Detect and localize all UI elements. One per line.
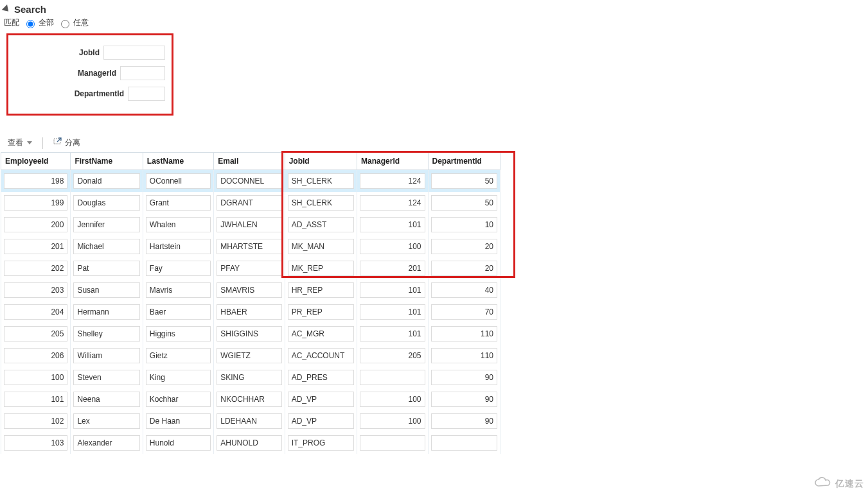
departmentid-input[interactable] <box>128 87 165 101</box>
table-row[interactable] <box>1 367 500 388</box>
cell-input-email[interactable] <box>217 217 281 232</box>
cell-input-email[interactable] <box>217 239 281 254</box>
col-header-email[interactable]: Email <box>214 153 285 170</box>
cell-input-lastname[interactable] <box>146 413 211 429</box>
col-header-jobid[interactable]: JobId <box>285 153 357 170</box>
cell-input-lastname[interactable] <box>146 435 211 451</box>
cell-input-jobid[interactable] <box>288 282 354 298</box>
cell-input-managerid[interactable] <box>360 261 425 276</box>
table-row[interactable] <box>1 301 500 323</box>
cell-input-jobid[interactable] <box>288 173 354 189</box>
cell-input-employeeid[interactable] <box>4 348 67 363</box>
cell-input-email[interactable] <box>217 326 281 342</box>
search-panel-header[interactable]: Search <box>0 0 868 16</box>
cell-input-jobid[interactable] <box>288 435 354 451</box>
cell-input-email[interactable] <box>217 261 281 276</box>
cell-input-lastname[interactable] <box>146 392 211 407</box>
cell-input-firstname[interactable] <box>73 370 139 385</box>
table-row[interactable] <box>1 323 500 345</box>
cell-input-email[interactable] <box>217 304 281 320</box>
cell-input-managerid[interactable] <box>360 173 425 189</box>
cell-input-managerid[interactable] <box>360 304 425 320</box>
cell-input-managerid[interactable] <box>360 370 425 385</box>
cell-input-lastname[interactable] <box>146 348 211 363</box>
cell-input-email[interactable] <box>217 173 281 189</box>
cell-input-managerid[interactable] <box>360 239 425 254</box>
table-row[interactable] <box>1 410 500 432</box>
cell-input-jobid[interactable] <box>288 239 354 254</box>
cell-input-employeeid[interactable] <box>4 326 67 342</box>
col-header-managerid[interactable]: ManagerId <box>357 153 428 170</box>
cell-input-lastname[interactable] <box>146 195 211 211</box>
cell-input-managerid[interactable] <box>360 282 425 298</box>
cell-input-jobid[interactable] <box>288 195 354 211</box>
detach-button[interactable]: 分离 <box>49 136 84 150</box>
cell-input-email[interactable] <box>217 435 281 451</box>
table-row[interactable] <box>1 236 500 257</box>
cell-input-lastname[interactable] <box>146 282 211 298</box>
cell-input-firstname[interactable] <box>73 392 139 407</box>
cell-input-employeeid[interactable] <box>4 217 67 232</box>
col-header-employeeid[interactable]: EmployeeId <box>1 153 71 170</box>
cell-input-employeeid[interactable] <box>4 239 67 254</box>
table-row[interactable] <box>1 192 500 214</box>
cell-input-firstname[interactable] <box>73 282 139 298</box>
match-any-option[interactable]: 任意 <box>58 17 89 28</box>
cell-input-employeeid[interactable] <box>4 261 67 276</box>
cell-input-firstname[interactable] <box>73 348 139 363</box>
table-row[interactable] <box>1 432 500 454</box>
cell-input-departmentid[interactable] <box>431 239 497 254</box>
cell-input-jobid[interactable] <box>288 217 354 232</box>
cell-input-departmentid[interactable] <box>431 392 497 407</box>
col-header-firstname[interactable]: FirstName <box>71 153 143 170</box>
col-header-departmentid[interactable]: DepartmentId <box>428 153 500 170</box>
cell-input-lastname[interactable] <box>146 370 211 385</box>
cell-input-email[interactable] <box>217 348 281 363</box>
cell-input-lastname[interactable] <box>146 326 211 342</box>
cell-input-departmentid[interactable] <box>431 173 497 189</box>
cell-input-lastname[interactable] <box>146 217 211 232</box>
cell-input-firstname[interactable] <box>73 326 139 342</box>
cell-input-departmentid[interactable] <box>431 261 497 276</box>
cell-input-employeeid[interactable] <box>4 173 67 189</box>
cell-input-departmentid[interactable] <box>431 413 497 429</box>
cell-input-managerid[interactable] <box>360 217 425 232</box>
cell-input-firstname[interactable] <box>73 239 139 254</box>
cell-input-email[interactable] <box>217 392 281 407</box>
cell-input-employeeid[interactable] <box>4 370 67 385</box>
cell-input-firstname[interactable] <box>73 261 139 276</box>
match-any-radio[interactable] <box>61 20 69 28</box>
match-all-option[interactable]: 全部 <box>23 17 54 28</box>
cell-input-managerid[interactable] <box>360 435 425 451</box>
jobid-input[interactable] <box>103 46 165 60</box>
cell-input-managerid[interactable] <box>360 326 425 342</box>
cell-input-jobid[interactable] <box>288 348 354 363</box>
table-row[interactable] <box>1 388 500 410</box>
cell-input-departmentid[interactable] <box>431 326 497 342</box>
table-row[interactable] <box>1 214 500 236</box>
cell-input-firstname[interactable] <box>73 304 139 320</box>
table-row[interactable] <box>1 279 500 301</box>
cell-input-email[interactable] <box>217 370 281 385</box>
cell-input-departmentid[interactable] <box>431 282 497 298</box>
cell-input-jobid[interactable] <box>288 261 354 276</box>
cell-input-managerid[interactable] <box>360 413 425 429</box>
cell-input-managerid[interactable] <box>360 392 425 407</box>
cell-input-lastname[interactable] <box>146 261 211 276</box>
cell-input-employeeid[interactable] <box>4 413 67 429</box>
cell-input-email[interactable] <box>217 282 281 298</box>
cell-input-firstname[interactable] <box>73 173 139 189</box>
view-menu-button[interactable]: 查看 <box>4 136 36 150</box>
managerid-input[interactable] <box>120 66 165 80</box>
cell-input-employeeid[interactable] <box>4 304 67 320</box>
table-row[interactable] <box>1 345 500 367</box>
cell-input-email[interactable] <box>217 195 281 211</box>
cell-input-jobid[interactable] <box>288 370 354 385</box>
cell-input-firstname[interactable] <box>73 435 139 451</box>
cell-input-jobid[interactable] <box>288 326 354 342</box>
cell-input-managerid[interactable] <box>360 195 425 211</box>
cell-input-lastname[interactable] <box>146 239 211 254</box>
cell-input-firstname[interactable] <box>73 195 139 211</box>
cell-input-lastname[interactable] <box>146 173 211 189</box>
cell-input-employeeid[interactable] <box>4 282 67 298</box>
